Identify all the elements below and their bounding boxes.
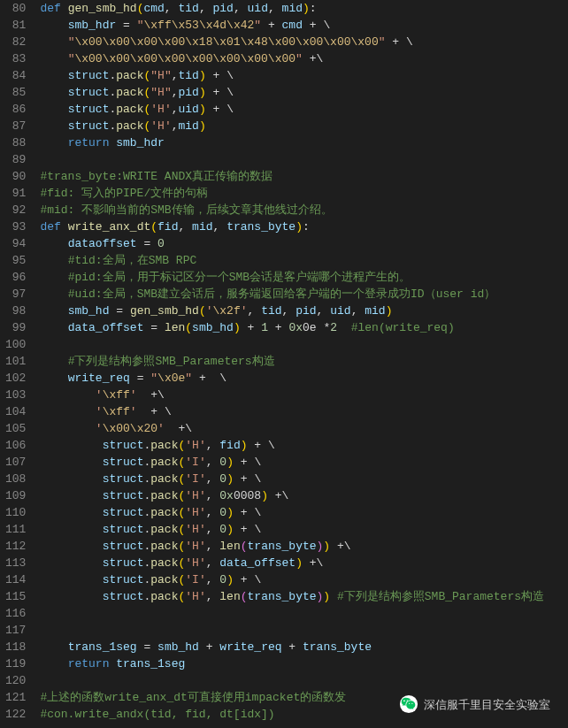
line-number: 115: [5, 588, 26, 605]
line-number: 87: [5, 118, 26, 134]
line-number: 95: [5, 252, 26, 269]
line-number-gutter: 8081828384858687888990919293949596979899…: [0, 0, 36, 723]
line-number: 109: [5, 487, 26, 504]
code-line[interactable]: struct.pack('H', 0x0008) +\: [40, 487, 544, 504]
code-line[interactable]: struct.pack('I', 0) + \: [40, 454, 544, 471]
code-line[interactable]: write_req = "\x0e" + \: [40, 370, 544, 387]
line-number: 111: [5, 521, 26, 538]
line-number: 84: [5, 67, 26, 84]
code-line[interactable]: struct.pack('H', 0) + \: [40, 521, 544, 538]
line-number: 97: [5, 286, 26, 303]
line-number: 105: [5, 420, 26, 437]
code-line[interactable]: struct.pack('H',uid) + \: [40, 101, 544, 118]
code-line[interactable]: #uid:全局，SMB建立会话后，服务端返回给客户端的一个登录成功ID（user…: [40, 286, 544, 303]
code-line[interactable]: struct.pack('H', data_offset) +\: [40, 555, 544, 571]
line-number: 83: [5, 50, 26, 67]
line-number: 96: [5, 269, 26, 286]
code-line[interactable]: return trans_1seg: [40, 655, 544, 672]
line-number: 104: [5, 403, 26, 420]
code-line[interactable]: [40, 672, 544, 689]
line-number: 107: [5, 454, 26, 471]
line-number: 122: [5, 706, 26, 723]
line-number: 110: [5, 504, 26, 521]
line-number: 98: [5, 303, 26, 319]
code-line[interactable]: def gen_smb_hd(cmd, tid, pid, uid, mid):: [40, 0, 544, 17]
line-number: 90: [5, 168, 26, 185]
code-line[interactable]: data_offset = len(smb_hd) + 1 + 0x0e *2 …: [40, 319, 544, 336]
code-line[interactable]: #mid: 不影响当前的SMB传输，后续文章其他线过介绍。: [40, 202, 544, 218]
code-line[interactable]: #trans_byte:WRITE ANDX真正传输的数据: [40, 168, 544, 185]
line-number: 102: [5, 370, 26, 387]
line-number: 114: [5, 571, 26, 588]
code-line[interactable]: struct.pack('H', len(trans_byte)) #下列是结构…: [40, 588, 544, 605]
line-number: 119: [5, 655, 26, 672]
line-number: 92: [5, 202, 26, 218]
line-number: 121: [5, 689, 26, 706]
line-number: 112: [5, 538, 26, 555]
code-line[interactable]: "\x00\x00\x00\x00\x18\x01\x48\x00\x00\x0…: [40, 34, 544, 50]
line-number: 103: [5, 387, 26, 403]
line-number: 113: [5, 555, 26, 571]
code-line[interactable]: [40, 151, 544, 168]
line-number: 86: [5, 101, 26, 118]
watermark: 深信服千里目安全实验室: [399, 694, 550, 714]
line-number: 85: [5, 84, 26, 101]
code-line[interactable]: dataoffset = 0: [40, 235, 544, 252]
code-line[interactable]: trans_1seg = smb_hd + write_req + trans_…: [40, 639, 544, 655]
code-line[interactable]: #下列是结构参照SMB_Parameters构造: [40, 353, 544, 370]
code-line[interactable]: def write_anx_dt(fid, mid, trans_byte):: [40, 218, 544, 235]
code-line[interactable]: '\xff' + \: [40, 403, 544, 420]
code-line[interactable]: '\x00\x20' +\: [40, 420, 544, 437]
line-number: 106: [5, 437, 26, 454]
code-line[interactable]: return smb_hdr: [40, 134, 544, 151]
line-number: 93: [5, 218, 26, 235]
line-number: 94: [5, 235, 26, 252]
line-number: 108: [5, 471, 26, 487]
line-number: 100: [5, 336, 26, 353]
code-editor[interactable]: 8081828384858687888990919293949596979899…: [0, 0, 568, 723]
line-number: 118: [5, 639, 26, 655]
line-number: 91: [5, 185, 26, 202]
line-number: 88: [5, 134, 26, 151]
code-line[interactable]: smb_hdr = "\xff\x53\x4d\x42" + cmd + \: [40, 17, 544, 34]
code-line[interactable]: [40, 605, 544, 622]
code-line[interactable]: [40, 336, 544, 353]
code-line[interactable]: struct.pack('H', fid) + \: [40, 437, 544, 454]
code-line[interactable]: struct.pack('I', 0) + \: [40, 571, 544, 588]
wechat-icon: [399, 694, 418, 714]
line-number: 116: [5, 605, 26, 622]
line-number: 89: [5, 151, 26, 168]
code-line[interactable]: struct.pack("H",pid) + \: [40, 84, 544, 101]
line-number: 80: [5, 0, 26, 17]
code-line[interactable]: struct.pack('H', len(trans_byte)) +\: [40, 538, 544, 555]
code-line[interactable]: #pid:全局，用于标记区分一个SMB会话是客户端哪个进程产生的。: [40, 269, 544, 286]
code-area[interactable]: def gen_smb_hd(cmd, tid, pid, uid, mid):…: [36, 0, 544, 723]
code-line[interactable]: "\x00\x00\x00\x00\x00\x00\x00\x00" +\: [40, 50, 544, 67]
line-number: 99: [5, 319, 26, 336]
code-line[interactable]: struct.pack('I', 0) + \: [40, 471, 544, 487]
code-line[interactable]: #fid: 写入的PIPE/文件的句柄: [40, 185, 544, 202]
code-line[interactable]: struct.pack('H', 0) + \: [40, 504, 544, 521]
code-line[interactable]: struct.pack('H',mid): [40, 118, 544, 134]
watermark-text: 深信服千里目安全实验室: [424, 696, 550, 713]
code-line[interactable]: '\xff' +\: [40, 387, 544, 403]
code-line[interactable]: [40, 622, 544, 639]
line-number: 81: [5, 17, 26, 34]
code-line[interactable]: #tid:全局，在SMB RPC: [40, 252, 544, 269]
line-number: 117: [5, 622, 26, 639]
line-number: 101: [5, 353, 26, 370]
line-number: 82: [5, 34, 26, 50]
code-line[interactable]: smb_hd = gen_smb_hd('\x2f', tid, pid, ui…: [40, 303, 544, 319]
code-line[interactable]: struct.pack("H",tid) + \: [40, 67, 544, 84]
line-number: 120: [5, 672, 26, 689]
